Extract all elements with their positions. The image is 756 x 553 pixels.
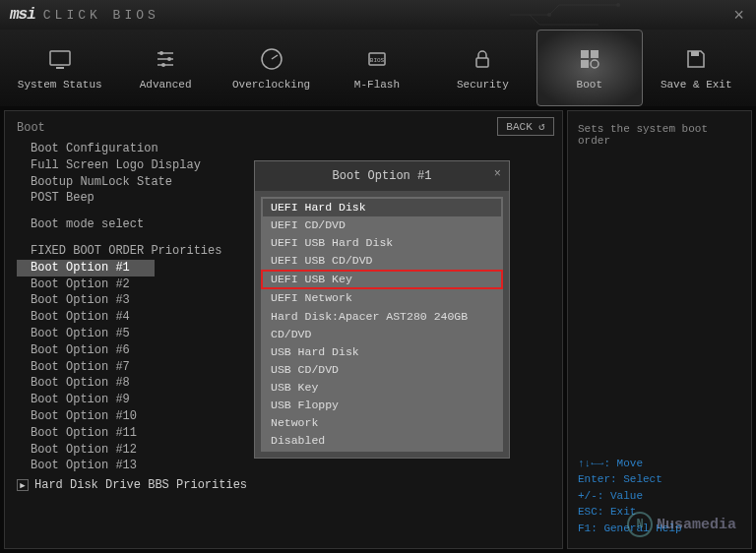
- svg-point-0: [547, 13, 551, 17]
- option-disabled[interactable]: Disabled: [263, 432, 501, 450]
- option-usb-hard-disk[interactable]: USB Hard Disk: [263, 343, 501, 361]
- dialog-close-icon[interactable]: ×: [494, 167, 501, 181]
- gauge-icon: [258, 45, 285, 73]
- help-sidebar: Sets the system boot order ↑↓←→: Move En…: [567, 110, 752, 549]
- page-title: Boot: [17, 121, 550, 135]
- grid-icon: [576, 45, 603, 73]
- boot-option-13[interactable]: Boot Option #13: [31, 458, 550, 474]
- svg-point-18: [591, 60, 598, 68]
- option-uefi-usb-key[interactable]: UEFI USB Key: [261, 270, 503, 289]
- dialog-header: Boot Option #1 ×: [255, 161, 509, 191]
- nav-bar: System Status Advanced Overclocking BIOS…: [0, 30, 756, 106]
- dialog-title: Boot Option #1: [333, 169, 432, 183]
- option-uefi-usb-cddvd[interactable]: UEFI USB CD/DVD: [263, 252, 501, 270]
- dialog-options-list: UEFI Hard Disk UEFI CD/DVD UEFI USB Hard…: [261, 197, 503, 452]
- option-uefi-usb-hard-disk[interactable]: UEFI USB Hard Disk: [263, 234, 501, 252]
- nav-label: System Status: [18, 79, 102, 91]
- svg-rect-14: [476, 58, 488, 67]
- close-icon[interactable]: ×: [733, 6, 744, 26]
- option-uefi-network[interactable]: UEFI Network: [263, 289, 501, 307]
- nav-label: Save & Exit: [661, 79, 732, 91]
- watermark-symbol: N: [627, 512, 653, 537]
- circuit-decoration: [500, 0, 697, 30]
- nav-boot[interactable]: Boot: [536, 30, 642, 106]
- option-hard-disk[interactable]: Hard Disk:Apacer AST280 240GB: [263, 308, 501, 326]
- nav-overclocking[interactable]: Overclocking: [220, 30, 323, 106]
- chip-icon: BIOS: [363, 45, 391, 73]
- option-cddvd[interactable]: CD/DVD: [263, 326, 501, 343]
- brand-logo: msi: [10, 6, 35, 24]
- nav-label: Boot: [577, 79, 602, 91]
- svg-point-7: [159, 51, 163, 55]
- option-uefi-hard-disk[interactable]: UEFI Hard Disk: [263, 199, 501, 216]
- bios-title: CLICK BIOS: [43, 8, 159, 23]
- sidebar-description: Sets the system boot order: [578, 123, 741, 147]
- bbs-label: Hard Disk Drive BBS Priorities: [34, 478, 247, 492]
- option-usb-floppy[interactable]: USB Floppy: [263, 397, 501, 414]
- svg-line-11: [272, 55, 278, 59]
- nav-label: Overclocking: [232, 79, 310, 91]
- watermark-text: Nusamedia: [657, 517, 736, 533]
- nav-label: Advanced: [140, 79, 192, 91]
- svg-rect-16: [591, 50, 598, 58]
- nav-mflash[interactable]: BIOS M-Flash: [325, 30, 428, 106]
- svg-rect-19: [691, 51, 699, 56]
- svg-text:BIOS: BIOS: [370, 57, 385, 64]
- nav-label: Security: [457, 79, 509, 91]
- option-uefi-cddvd[interactable]: UEFI CD/DVD: [263, 216, 501, 234]
- lock-icon: [469, 45, 496, 73]
- save-icon: [682, 45, 710, 73]
- svg-point-8: [167, 57, 171, 61]
- help-line: Enter: Select: [578, 471, 741, 488]
- svg-rect-17: [581, 60, 589, 68]
- bbs-priorities[interactable]: ▶ Hard Disk Drive BBS Priorities: [17, 478, 550, 492]
- back-button[interactable]: BACK ↺: [497, 117, 554, 136]
- nav-system-status[interactable]: System Status: [8, 30, 111, 106]
- svg-point-9: [161, 63, 165, 67]
- nav-security[interactable]: Security: [431, 30, 535, 106]
- watermark: N Nusamedia: [627, 512, 736, 537]
- nav-label: M-Flash: [354, 79, 400, 91]
- monitor-icon: [46, 45, 74, 73]
- sliders-icon: [152, 45, 179, 73]
- svg-rect-2: [50, 51, 70, 65]
- option-network[interactable]: Network: [263, 414, 501, 432]
- boot-option-1[interactable]: Boot Option #1: [17, 260, 155, 276]
- title-bar: msi CLICK BIOS ×: [0, 0, 756, 30]
- config-item[interactable]: Boot Configuration: [31, 141, 550, 157]
- nav-advanced[interactable]: Advanced: [113, 30, 217, 106]
- nav-save-exit[interactable]: Save & Exit: [645, 30, 748, 106]
- svg-point-1: [616, 3, 620, 7]
- option-usb-cddvd[interactable]: USB CD/DVD: [263, 361, 501, 379]
- logo: msi CLICK BIOS: [10, 6, 159, 24]
- svg-rect-3: [56, 67, 64, 69]
- svg-rect-15: [581, 50, 589, 58]
- boot-option-dialog: Boot Option #1 × UEFI Hard Disk UEFI CD/…: [254, 160, 510, 459]
- arrow-right-icon: ▶: [17, 479, 29, 491]
- option-usb-key[interactable]: USB Key: [263, 379, 501, 397]
- help-line: ↑↓←→: Move: [578, 456, 741, 472]
- help-line: +/-: Value: [578, 488, 741, 505]
